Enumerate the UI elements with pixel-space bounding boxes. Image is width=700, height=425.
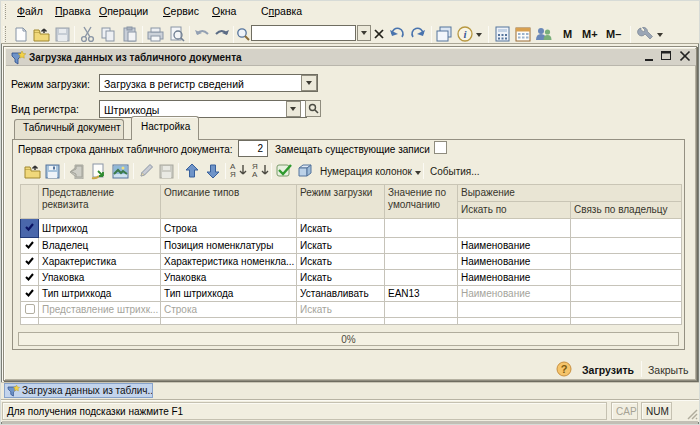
svg-text:?: ?	[561, 363, 568, 375]
